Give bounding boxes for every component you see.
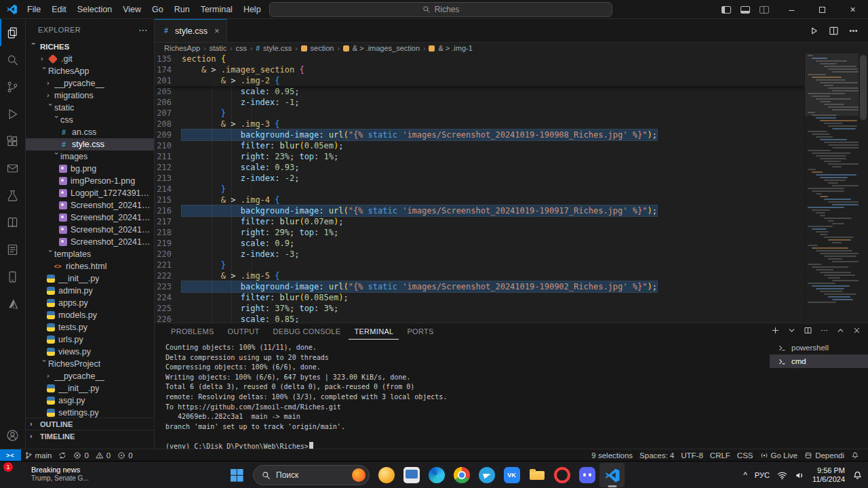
menu-file[interactable]: File bbox=[22, 3, 46, 16]
toggle-secondary-sidebar-icon[interactable] bbox=[760, 6, 769, 14]
breadcrumb-item[interactable]: & > .img-1 bbox=[438, 44, 472, 52]
clock[interactable]: 9:56 PM 11/6/2024 bbox=[812, 466, 845, 484]
statusbar-encoding[interactable]: UTF-8 bbox=[677, 449, 707, 461]
tree-item[interactable]: ›.git bbox=[26, 53, 154, 65]
panel-action-close[interactable] bbox=[852, 326, 861, 337]
code-editor[interactable]: 135section {174 & > .images_section {201… bbox=[155, 54, 868, 323]
tree-item[interactable]: asgi.py bbox=[26, 394, 154, 407]
tree-item[interactable]: ›RichesApp bbox=[26, 65, 154, 77]
tree-item[interactable]: ›RichesProject bbox=[26, 358, 154, 370]
activitybar-source-control[interactable] bbox=[0, 73, 25, 100]
toggle-panel-icon[interactable] bbox=[741, 6, 750, 14]
code-line[interactable]: 211 right: 23%; top: 1%; bbox=[155, 151, 804, 162]
language-indicator[interactable]: РУС bbox=[755, 471, 770, 479]
statusbar-eol[interactable]: CRLF bbox=[707, 449, 734, 461]
activitybar-run-debug[interactable] bbox=[0, 100, 25, 127]
code-line[interactable]: 221 } bbox=[155, 260, 804, 270]
shell-cmd[interactable]: cmd bbox=[770, 354, 868, 368]
tree-item[interactable]: #style.css bbox=[26, 138, 154, 150]
statusbar-selections[interactable]: 9 selections bbox=[588, 449, 636, 461]
panel-action-split-pane[interactable] bbox=[804, 326, 812, 337]
panel-action-chevron-down[interactable] bbox=[787, 326, 796, 337]
activitybar-search[interactable] bbox=[0, 46, 25, 73]
breadcrumb-item[interactable]: section bbox=[311, 44, 334, 52]
code-line[interactable]: 216 background-image: url("{% static 'im… bbox=[155, 205, 804, 216]
tree-item[interactable]: ›migrations bbox=[26, 89, 154, 102]
activitybar-flask[interactable] bbox=[0, 182, 25, 209]
taskbar-app-discord[interactable] bbox=[574, 463, 599, 487]
tree-item[interactable]: __init__.py bbox=[26, 272, 154, 285]
code-line[interactable]: 212 scale: 0.93; bbox=[155, 162, 804, 173]
shell-powershell[interactable]: powershell bbox=[770, 341, 868, 354]
code-line[interactable]: 209 background-image: url("{% static 'im… bbox=[155, 129, 804, 140]
tree-item[interactable]: tests.py bbox=[26, 321, 154, 333]
statusbar-sync[interactable] bbox=[55, 449, 70, 461]
tab-style-css[interactable]: # style.css × bbox=[155, 19, 227, 42]
activitybar-azure[interactable] bbox=[0, 290, 25, 317]
statusbar-indentation[interactable]: Spaces: 4 bbox=[636, 449, 677, 461]
tree-item[interactable]: Screenshot_20241019-... bbox=[26, 236, 154, 248]
statusbar-branch[interactable]: main bbox=[21, 449, 56, 461]
breadcrumb-item[interactable]: static bbox=[210, 44, 227, 52]
breadcrumb-item[interactable]: RichesApp bbox=[164, 44, 200, 52]
project-section-header[interactable]: › RICHES bbox=[26, 41, 154, 53]
code-line[interactable]: 213 z-index: -2; bbox=[155, 173, 804, 184]
panel-tab-debug-console[interactable]: DEBUG CONSOLE bbox=[268, 323, 347, 340]
menu-terminal[interactable]: Terminal bbox=[195, 3, 238, 16]
activitybar-device[interactable] bbox=[0, 263, 25, 290]
statusbar-language[interactable]: CSS bbox=[734, 449, 757, 461]
code-line[interactable]: 205 scale: 0.95; bbox=[155, 86, 804, 97]
menu-help[interactable]: Help bbox=[238, 3, 267, 16]
code-line[interactable]: 225 right: 37%; top: 3%; bbox=[155, 303, 804, 314]
terminal-output[interactable]: Counting objects: 100% (11/11), done.Del… bbox=[155, 340, 868, 449]
command-center-search[interactable]: Riches bbox=[269, 2, 612, 17]
code-line[interactable]: 215 & > .img-4 { bbox=[155, 195, 804, 205]
tree-item[interactable]: Logopit_172743914538... bbox=[26, 187, 154, 199]
breadcrumb-item[interactable]: css bbox=[236, 44, 248, 52]
tree-item[interactable]: Screenshot_20241019-... bbox=[26, 224, 154, 236]
code-line[interactable]: 219 scale: 0.9; bbox=[155, 238, 804, 249]
code-line[interactable]: 223 background-image: url("{% static 'im… bbox=[155, 281, 804, 292]
tray-chevron-icon[interactable]: ^ bbox=[743, 470, 747, 480]
statusbar-errors[interactable]: 0 bbox=[70, 449, 92, 461]
tree-item[interactable]: ›css bbox=[26, 114, 154, 126]
tree-item[interactable]: ›images bbox=[26, 150, 154, 163]
code-line[interactable]: 222 & > .img-5 { bbox=[155, 270, 804, 281]
news-widget[interactable]: 1 Breaking news Trump, Senate G... bbox=[7, 465, 89, 483]
tree-item[interactable]: <>riches.html bbox=[26, 260, 154, 272]
panel-action-chevron-up[interactable] bbox=[836, 326, 845, 337]
timeline-section[interactable]: › TIMELINE bbox=[26, 430, 154, 442]
code-line[interactable]: 201 & > .img-2 { bbox=[155, 75, 804, 86]
taskbar-app-sticker[interactable] bbox=[374, 463, 399, 487]
code-line[interactable]: 207 } bbox=[155, 108, 804, 119]
breadcrumb-item[interactable]: & > .images_section bbox=[353, 44, 420, 52]
activitybar-account[interactable] bbox=[0, 422, 25, 449]
split-editor-icon[interactable] bbox=[829, 26, 839, 36]
panel-tab-terminal[interactable]: TERMINAL bbox=[349, 323, 399, 340]
panel-tab-problems[interactable]: PROBLEMS bbox=[165, 323, 220, 340]
code-line[interactable]: 206 z-index: -1; bbox=[155, 97, 804, 108]
code-line[interactable]: 210 filter: blur(0.05em); bbox=[155, 140, 804, 151]
wifi-icon[interactable] bbox=[777, 470, 787, 481]
explorer-more-actions-icon[interactable]: ⋯ bbox=[138, 24, 149, 35]
volume-icon[interactable] bbox=[795, 470, 805, 481]
panel-tab-output[interactable]: OUTPUT bbox=[222, 323, 265, 340]
taskbar-app-monitor[interactable] bbox=[399, 463, 424, 487]
menu-go[interactable]: Go bbox=[146, 3, 169, 16]
code-line[interactable]: 174 & > .images_section { bbox=[155, 64, 804, 75]
code-line[interactable]: 224 filter: blur(0.085em); bbox=[155, 292, 804, 303]
activitybar-explorer[interactable] bbox=[0, 19, 25, 46]
scrollbar-thumb[interactable] bbox=[860, 55, 867, 120]
taskbar-app-vscode[interactable] bbox=[599, 463, 625, 487]
activitybar-extensions[interactable] bbox=[0, 127, 25, 155]
code-line[interactable]: 220 z-index: -3; bbox=[155, 249, 804, 260]
more-actions-icon[interactable] bbox=[848, 26, 859, 36]
code-line[interactable]: 208 & > .img-3 { bbox=[155, 119, 804, 129]
panel-action-ellipsis[interactable] bbox=[820, 326, 829, 337]
taskbar-app-explorer[interactable] bbox=[524, 463, 549, 487]
statusbar-warnings[interactable]: 0 bbox=[92, 449, 114, 461]
activitybar-book[interactable] bbox=[0, 209, 25, 236]
taskbar-app-opera[interactable] bbox=[549, 463, 574, 487]
tree-item[interactable]: Screenshot_20241019-... bbox=[26, 199, 154, 211]
tree-item[interactable]: Screenshot_20241019-... bbox=[26, 211, 154, 224]
